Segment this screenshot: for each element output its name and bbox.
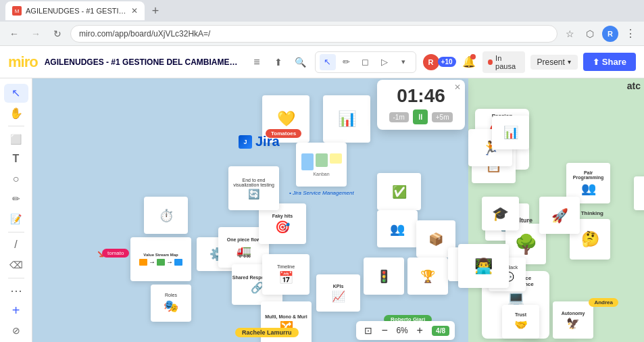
- browser-tabs-bar: M AGILENUDGES - #1 GESTIONI... ✕ +: [0, 0, 644, 22]
- search-icon[interactable]: 🔍: [293, 53, 307, 72]
- jira-logo-element: J Jira: [239, 134, 280, 149]
- end-to-end-card[interactable]: End to endvisualization testing 🔄: [228, 166, 279, 210]
- timer-plus-button[interactable]: +5m: [432, 112, 453, 122]
- star-icon[interactable]: ☆: [562, 26, 578, 42]
- jira-service-mgmt-label: • Jira Service Management: [289, 190, 354, 196]
- zoom-minus-button[interactable]: −: [378, 324, 391, 337]
- minimize-button[interactable]: ⊘: [4, 321, 28, 340]
- upload-icon[interactable]: ⬆: [271, 53, 286, 72]
- timer-minus-button[interactable]: -1m: [389, 112, 409, 122]
- miro-app: miro AGILENUDGES - #1 GESTIONE DEL CAMBI…: [0, 46, 644, 342]
- hand-tool-button[interactable]: ✋: [4, 104, 28, 123]
- present-chevron-icon: ▾: [568, 58, 571, 66]
- timer-close-button[interactable]: ✕: [454, 82, 461, 92]
- autonomy-card[interactable]: Autonomy 🦅: [553, 301, 593, 339]
- header-right: ↖ ✏ ◻ ▷ ▾ R +10 🔔 In pausa: [315, 51, 636, 73]
- andrea-badge: Andrea: [589, 298, 618, 307]
- zoom-plus-button[interactable]: +: [413, 324, 426, 337]
- autonomy-label: Autonomy: [562, 311, 585, 316]
- conditions-card[interactable]: 🚦: [364, 258, 404, 295]
- timer-display: 01:46: [397, 85, 445, 107]
- present-label: Present: [537, 57, 565, 67]
- frame-tool-button[interactable]: ⬜: [4, 130, 28, 149]
- tab-favicon: M: [12, 6, 22, 16]
- tools-expand-icon[interactable]: ▾: [395, 54, 412, 70]
- shapes-tool-icon[interactable]: ▷: [376, 54, 393, 70]
- active-tab[interactable]: M AGILENUDGES - #1 GESTIONI... ✕: [5, 1, 145, 20]
- header-canvas-tools: ↖ ✏ ◻ ▷ ▾: [315, 51, 416, 73]
- tool-separator-2: [8, 232, 24, 233]
- jira-icon: J: [239, 135, 252, 149]
- add-content-button[interactable]: +: [4, 301, 28, 320]
- browser-menu-icon[interactable]: ⋮: [622, 26, 639, 42]
- refresh-button[interactable]: ↻: [49, 25, 66, 43]
- profile-icon[interactable]: R: [602, 26, 618, 42]
- select-tool-button[interactable]: ↖: [4, 84, 28, 103]
- team-card[interactable]: 👥 Team: [634, 176, 644, 210]
- timeline-card[interactable]: Timeline 📅: [262, 254, 309, 295]
- agile-transform-card[interactable]: 🚀: [539, 197, 580, 234]
- line-tool-button[interactable]: /: [4, 235, 28, 254]
- roles-card-2[interactable]: Roles 🎭: [151, 285, 191, 322]
- looseness-ready-card[interactable]: 🏆: [407, 258, 448, 295]
- more-tools-button[interactable]: ⋯: [4, 281, 28, 300]
- eraser-tool-button[interactable]: ⌫: [4, 255, 28, 274]
- zoom-fit-button[interactable]: ⊡: [362, 324, 375, 337]
- text-tool-button[interactable]: T: [4, 149, 28, 168]
- miro-logo: miro: [8, 53, 38, 71]
- tool-separator-3: [8, 278, 24, 278]
- definition-done-card[interactable]: ✅: [377, 173, 421, 210]
- avatar-group: R +10: [422, 53, 456, 72]
- zoom-percent: 6%: [394, 326, 410, 335]
- atc-label: atc: [627, 80, 641, 91]
- kanban-card[interactable]: Kanban: [296, 143, 347, 187]
- lead-time-card[interactable]: ⏱️: [144, 197, 188, 234]
- pointer-tool-icon[interactable]: ↖: [320, 54, 336, 70]
- agile-nudges-main[interactable]: 👨‍💻: [458, 244, 509, 288]
- zoom-controls: ⊡ − 6% + 4/8: [356, 321, 455, 340]
- in-pausa-badge: In pausa: [482, 51, 524, 73]
- tool-separator-1: [8, 126, 24, 126]
- url-text: miro.com/app/board/uXjVLc32HkA=/: [79, 29, 210, 39]
- present-button[interactable]: Present ▾: [530, 55, 578, 70]
- tab-close-icon[interactable]: ✕: [131, 6, 138, 16]
- extension-icon[interactable]: ⬡: [582, 26, 598, 42]
- tab-title: AGILENUDGES - #1 GESTIONI...: [26, 7, 127, 15]
- left-toolbar: ↖ ✋ ⬜ T ○ ✏ 📝 / ⌫ ⋯ + ⊘: [0, 78, 32, 342]
- sticky-tool-button[interactable]: 📝: [4, 210, 28, 228]
- browser-chrome: M AGILENUDGES - #1 GESTIONI... ✕ + ← → ↻…: [0, 0, 644, 46]
- kpis-card[interactable]: KPIs 📈: [316, 274, 360, 312]
- page-number: 4/8: [436, 327, 445, 335]
- notification-button[interactable]: 🔔: [462, 53, 478, 72]
- value-stream-card[interactable]: Value Stream Map → →: [130, 237, 191, 281]
- timer-pause-button[interactable]: ⏸: [413, 109, 428, 124]
- hamburger-menu-icon[interactable]: ≡: [249, 53, 264, 72]
- address-bar[interactable]: miro.com/app/board/uXjVLc32HkA=/: [70, 25, 558, 43]
- jira-text: Jira: [255, 134, 280, 149]
- shape-tool-button[interactable]: ○: [4, 170, 28, 189]
- kanban-label: Kanban: [313, 172, 329, 176]
- kanban-2-card[interactable]: 📊: [492, 116, 529, 149]
- forward-button[interactable]: →: [27, 25, 45, 43]
- browser-toolbar: ← → ↻ miro.com/app/board/uXjVLc32HkA=/ ☆…: [0, 22, 644, 46]
- time-feedback-card[interactable]: 📊: [323, 95, 370, 143]
- share-label: Share: [602, 57, 626, 67]
- pen-draw-tool-button[interactable]: ✏: [4, 190, 28, 209]
- timer-panel: ✕ 01:46 -1m ⏸ +5m: [377, 80, 465, 130]
- page-indicator[interactable]: 4/8: [432, 326, 449, 336]
- camera-tool-icon[interactable]: ◻: [357, 54, 374, 70]
- trust-card[interactable]: Trust 🤝: [502, 305, 539, 339]
- new-tab-button[interactable]: +: [147, 3, 164, 19]
- roles-card[interactable]: 👥: [377, 210, 418, 247]
- timer-controls: -1m ⏸ +5m: [389, 109, 453, 124]
- rachele-lamurru-tag[interactable]: Rachele Lamurru: [235, 328, 299, 337]
- miro-header: miro AGILENUDGES - #1 GESTIONE DEL CAMBI…: [0, 46, 644, 78]
- pausa-dot: [488, 59, 493, 65]
- education-card[interactable]: 🎓: [482, 197, 519, 230]
- share-button[interactable]: ⬆ Share: [583, 53, 636, 71]
- pausa-label: In pausa: [495, 54, 519, 70]
- canvas-area[interactable]: J Jira 💛 📊 Tomatoes Kanban ✅: [32, 78, 644, 342]
- back-button[interactable]: ←: [5, 25, 23, 43]
- share-icon: ⬆: [593, 57, 599, 67]
- pen-tool-icon[interactable]: ✏: [339, 54, 355, 70]
